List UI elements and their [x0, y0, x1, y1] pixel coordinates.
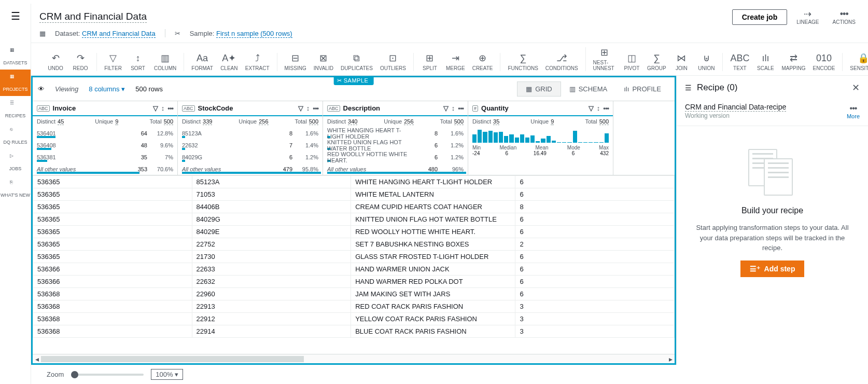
- cell[interactable]: 84406B: [192, 201, 351, 213]
- sensitive-button[interactable]: 🔒SENSITIVE: [850, 53, 868, 71]
- filter-icon[interactable]: ▽: [589, 104, 594, 112]
- cell[interactable]: 22960: [192, 288, 351, 300]
- text-button[interactable]: ABCTEXT: [730, 53, 749, 71]
- column-button[interactable]: ▥COLUMN: [154, 53, 176, 71]
- cell[interactable]: 22914: [192, 325, 351, 338]
- table-row[interactable]: 53636584406BCREAM CUPID HEARTS COAT HANG…: [33, 201, 675, 213]
- table-row[interactable]: 53636822960JAM MAKING SET WITH JARS6: [33, 288, 675, 300]
- union-button[interactable]: ⊎UNION: [697, 53, 715, 71]
- sort-icon[interactable]: ↕: [597, 104, 600, 112]
- tab-grid[interactable]: ▦GRID: [517, 81, 561, 97]
- outliers-button[interactable]: ⊡OUTLIERS: [380, 53, 406, 71]
- redo-button[interactable]: ↷REDO: [72, 53, 89, 71]
- cell[interactable]: 6: [515, 188, 675, 201]
- zoom-slider[interactable]: [71, 374, 144, 376]
- nav-projects[interactable]: ▦ PROJECTS: [0, 70, 31, 96]
- cell[interactable]: 536368: [33, 325, 192, 338]
- cell[interactable]: 536365: [33, 201, 192, 213]
- zoom-select[interactable]: 100% ▾: [151, 369, 183, 380]
- lineage-button[interactable]: ⇢ LINEAGE: [792, 9, 823, 25]
- add-step-button[interactable]: ☰⁺ Add step: [740, 260, 805, 277]
- cell[interactable]: 536365: [33, 238, 192, 251]
- columns-selector[interactable]: 8 columns ▾: [89, 85, 125, 93]
- missing-button[interactable]: ⊟MISSING: [285, 53, 306, 71]
- more-icon[interactable]: •••: [603, 104, 609, 112]
- h-scrollbar[interactable]: ◂ ▸: [33, 354, 675, 363]
- cell[interactable]: 536365: [33, 188, 192, 201]
- more-icon[interactable]: •••: [313, 104, 318, 112]
- dist-item[interactable]: All other values48096%: [323, 163, 468, 175]
- tab-profile[interactable]: ılıPROFILE: [615, 81, 669, 97]
- dataset-link[interactable]: CRM and Financial Data: [82, 30, 156, 38]
- table-row[interactable]: 53636622633HAND WARMER UNION JACK6: [33, 263, 675, 276]
- table-row[interactable]: 53636822913RED COAT RACK PARIS FASHION3: [33, 300, 675, 313]
- filter-icon[interactable]: ▽: [298, 104, 303, 112]
- mapping-button[interactable]: ⇄MAPPING: [781, 53, 805, 71]
- scroll-thumb[interactable]: [41, 356, 304, 362]
- cell[interactable]: 536366: [33, 263, 192, 276]
- sort-icon[interactable]: ↕: [306, 104, 310, 112]
- table-row[interactable]: 53636584029ERED WOOLLY HOTTIE WHITE HEAR…: [33, 226, 675, 238]
- table-row[interactable]: 53636571053WHITE METAL LANTERN6: [33, 188, 675, 201]
- duplicates-button[interactable]: ⧉DUPLICATES: [341, 53, 373, 71]
- cell[interactable]: 85123A: [192, 176, 351, 188]
- cell[interactable]: 22632: [192, 276, 351, 288]
- clean-button[interactable]: A✦CLEAN: [220, 53, 238, 71]
- dist-item[interactable]: KNITTED UNION FLAG HOT WATER BOTTLE61.2%: [323, 139, 468, 151]
- cell[interactable]: WHITE HANGING HEART T-LIGHT HOLDER: [351, 176, 515, 188]
- functions-button[interactable]: ∑FUNCTIONS: [508, 53, 538, 71]
- split-button[interactable]: ⊞SPLIT: [421, 53, 439, 71]
- cell[interactable]: 22752: [192, 238, 351, 251]
- tab-schema[interactable]: ▥SCHEMA: [561, 81, 616, 97]
- encode-button[interactable]: 010ENCODE: [813, 53, 835, 71]
- table-row[interactable]: 53636822912YELLOW COAT RACK PARIS FASHIO…: [33, 313, 675, 325]
- close-icon[interactable]: ✕: [852, 82, 860, 93]
- group-button[interactable]: ∑GROUP: [648, 53, 665, 71]
- cell[interactable]: 6: [515, 176, 675, 188]
- sort-icon[interactable]: ↕: [161, 104, 165, 112]
- nav-datasets[interactable]: ▦ DATASETS: [0, 43, 31, 70]
- data-grid[interactable]: 53636585123AWHITE HANGING HEART T-LIGHT …: [33, 175, 675, 354]
- cell[interactable]: 6: [515, 213, 675, 226]
- dist-item[interactable]: 84029G61.2%: [178, 151, 323, 163]
- cell[interactable]: CREAM CUPID HEARTS COAT HANGER: [351, 201, 515, 213]
- dist-item[interactable]: 2263271.4%: [178, 139, 323, 151]
- conditions-button[interactable]: ⎇CONDITIONS: [545, 53, 578, 71]
- cell[interactable]: 21730: [192, 251, 351, 263]
- nav-jobs[interactable]: ▷ JOBS: [0, 149, 31, 175]
- dist-item[interactable]: 536408489.6%: [33, 139, 177, 151]
- invalid-button[interactable]: ⊠INVALID: [314, 53, 333, 71]
- cell[interactable]: 3: [515, 313, 675, 325]
- cell[interactable]: SET 7 BABUSHKA NESTING BOXES: [351, 238, 515, 251]
- nest-button[interactable]: ⊞NEST-UNNEST: [593, 47, 616, 71]
- table-row[interactable]: 53636622632HAND WARMER RED POLKA DOT6: [33, 276, 675, 288]
- cell[interactable]: YELLOW COAT RACK PARIS FASHION: [351, 313, 515, 325]
- cell[interactable]: 536365: [33, 213, 192, 226]
- cell[interactable]: HAND WARMER RED POLKA DOT: [351, 276, 515, 288]
- dist-item[interactable]: All other values47995.8%: [178, 163, 323, 175]
- extract-button[interactable]: ⤴EXTRACT: [245, 53, 270, 71]
- cell[interactable]: 536368: [33, 313, 192, 325]
- cell[interactable]: RED WOOLLY HOTTIE WHITE HEART.: [351, 226, 515, 238]
- table-row[interactable]: 53636521730GLASS STAR FROSTED T-LIGHT HO…: [33, 251, 675, 263]
- cell[interactable]: BLUE COAT RACK PARIS FASHION: [351, 325, 515, 338]
- format-button[interactable]: AaFORMAT: [191, 53, 213, 71]
- cell[interactable]: 8: [515, 201, 675, 213]
- create-job-button[interactable]: Create job: [732, 9, 787, 25]
- dist-item[interactable]: All other values35370.6%: [33, 163, 177, 175]
- cell[interactable]: GLASS STAR FROSTED T-LIGHT HOLDER: [351, 251, 515, 263]
- cell[interactable]: 6: [515, 263, 675, 276]
- recipe-more-button[interactable]: ••• More: [847, 104, 860, 119]
- table-row[interactable]: 53636822914BLUE COAT RACK PARIS FASHION3: [33, 325, 675, 338]
- cell[interactable]: 536368: [33, 300, 192, 313]
- scroll-left-icon[interactable]: ◂: [33, 355, 41, 363]
- cell[interactable]: 536365: [33, 251, 192, 263]
- sample-link[interactable]: First n sample (500 rows): [216, 30, 292, 38]
- cell[interactable]: 2: [515, 238, 675, 251]
- cell[interactable]: 3: [515, 325, 675, 338]
- nav-whatsnew[interactable]: ⎘ WHAT'S NEW: [0, 175, 31, 202]
- cell[interactable]: 22913: [192, 300, 351, 313]
- cell[interactable]: 22912: [192, 313, 351, 325]
- filter-icon[interactable]: ▽: [153, 104, 158, 112]
- table-row[interactable]: 53636584029GKNITTED UNION FLAG HOT WATER…: [33, 213, 675, 226]
